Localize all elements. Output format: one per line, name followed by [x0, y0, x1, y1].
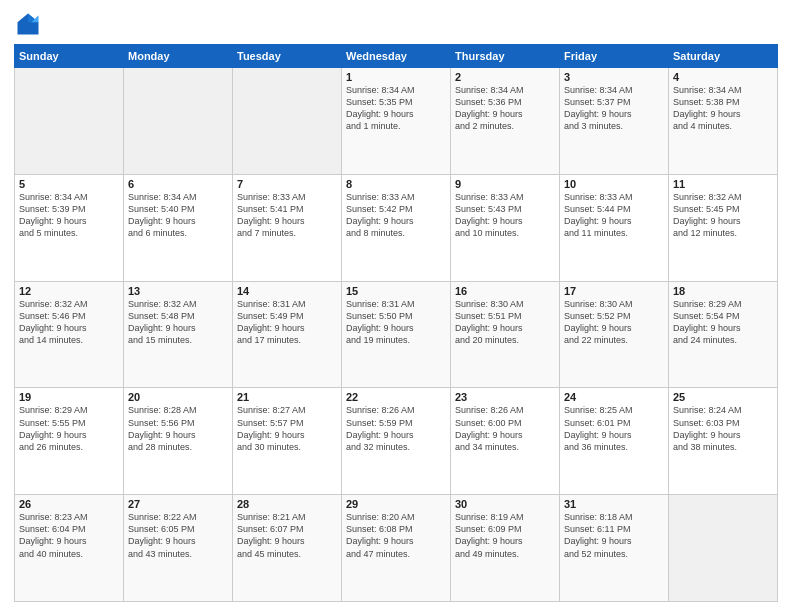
day-info: Sunrise: 8:22 AM Sunset: 6:05 PM Dayligh… [128, 511, 228, 560]
calendar-cell: 6Sunrise: 8:34 AM Sunset: 5:40 PM Daylig… [124, 174, 233, 281]
day-info: Sunrise: 8:34 AM Sunset: 5:35 PM Dayligh… [346, 84, 446, 133]
day-number: 2 [455, 71, 555, 83]
calendar-cell: 28Sunrise: 8:21 AM Sunset: 6:07 PM Dayli… [233, 495, 342, 602]
day-number: 9 [455, 178, 555, 190]
day-number: 10 [564, 178, 664, 190]
day-number: 31 [564, 498, 664, 510]
day-number: 25 [673, 391, 773, 403]
header-sunday: Sunday [15, 45, 124, 68]
day-info: Sunrise: 8:34 AM Sunset: 5:37 PM Dayligh… [564, 84, 664, 133]
day-info: Sunrise: 8:34 AM Sunset: 5:36 PM Dayligh… [455, 84, 555, 133]
calendar-cell: 19Sunrise: 8:29 AM Sunset: 5:55 PM Dayli… [15, 388, 124, 495]
calendar-cell: 17Sunrise: 8:30 AM Sunset: 5:52 PM Dayli… [560, 281, 669, 388]
day-number: 17 [564, 285, 664, 297]
calendar-cell: 5Sunrise: 8:34 AM Sunset: 5:39 PM Daylig… [15, 174, 124, 281]
calendar-cell [124, 68, 233, 175]
calendar-cell [669, 495, 778, 602]
day-number: 20 [128, 391, 228, 403]
day-number: 19 [19, 391, 119, 403]
day-number: 8 [346, 178, 446, 190]
day-info: Sunrise: 8:18 AM Sunset: 6:11 PM Dayligh… [564, 511, 664, 560]
header-friday: Friday [560, 45, 669, 68]
day-info: Sunrise: 8:26 AM Sunset: 5:59 PM Dayligh… [346, 404, 446, 453]
day-info: Sunrise: 8:20 AM Sunset: 6:08 PM Dayligh… [346, 511, 446, 560]
day-info: Sunrise: 8:28 AM Sunset: 5:56 PM Dayligh… [128, 404, 228, 453]
day-info: Sunrise: 8:29 AM Sunset: 5:54 PM Dayligh… [673, 298, 773, 347]
calendar-cell [233, 68, 342, 175]
day-info: Sunrise: 8:19 AM Sunset: 6:09 PM Dayligh… [455, 511, 555, 560]
day-info: Sunrise: 8:24 AM Sunset: 6:03 PM Dayligh… [673, 404, 773, 453]
day-number: 18 [673, 285, 773, 297]
calendar-cell: 25Sunrise: 8:24 AM Sunset: 6:03 PM Dayli… [669, 388, 778, 495]
day-number: 29 [346, 498, 446, 510]
calendar-cell: 31Sunrise: 8:18 AM Sunset: 6:11 PM Dayli… [560, 495, 669, 602]
header-wednesday: Wednesday [342, 45, 451, 68]
day-number: 30 [455, 498, 555, 510]
day-info: Sunrise: 8:33 AM Sunset: 5:42 PM Dayligh… [346, 191, 446, 240]
day-number: 7 [237, 178, 337, 190]
day-info: Sunrise: 8:31 AM Sunset: 5:49 PM Dayligh… [237, 298, 337, 347]
day-number: 13 [128, 285, 228, 297]
day-number: 12 [19, 285, 119, 297]
day-number: 15 [346, 285, 446, 297]
day-number: 4 [673, 71, 773, 83]
day-info: Sunrise: 8:32 AM Sunset: 5:46 PM Dayligh… [19, 298, 119, 347]
calendar-cell: 1Sunrise: 8:34 AM Sunset: 5:35 PM Daylig… [342, 68, 451, 175]
calendar-week-row: 5Sunrise: 8:34 AM Sunset: 5:39 PM Daylig… [15, 174, 778, 281]
calendar-cell: 4Sunrise: 8:34 AM Sunset: 5:38 PM Daylig… [669, 68, 778, 175]
day-info: Sunrise: 8:33 AM Sunset: 5:44 PM Dayligh… [564, 191, 664, 240]
day-number: 28 [237, 498, 337, 510]
page: Sunday Monday Tuesday Wednesday Thursday… [0, 0, 792, 612]
calendar-cell: 16Sunrise: 8:30 AM Sunset: 5:51 PM Dayli… [451, 281, 560, 388]
calendar-cell: 13Sunrise: 8:32 AM Sunset: 5:48 PM Dayli… [124, 281, 233, 388]
day-info: Sunrise: 8:32 AM Sunset: 5:45 PM Dayligh… [673, 191, 773, 240]
day-info: Sunrise: 8:26 AM Sunset: 6:00 PM Dayligh… [455, 404, 555, 453]
day-info: Sunrise: 8:25 AM Sunset: 6:01 PM Dayligh… [564, 404, 664, 453]
day-number: 5 [19, 178, 119, 190]
header [14, 10, 778, 38]
calendar-week-row: 12Sunrise: 8:32 AM Sunset: 5:46 PM Dayli… [15, 281, 778, 388]
calendar-table: Sunday Monday Tuesday Wednesday Thursday… [14, 44, 778, 602]
calendar-cell: 15Sunrise: 8:31 AM Sunset: 5:50 PM Dayli… [342, 281, 451, 388]
day-info: Sunrise: 8:21 AM Sunset: 6:07 PM Dayligh… [237, 511, 337, 560]
calendar-week-row: 1Sunrise: 8:34 AM Sunset: 5:35 PM Daylig… [15, 68, 778, 175]
day-number: 11 [673, 178, 773, 190]
calendar-cell: 7Sunrise: 8:33 AM Sunset: 5:41 PM Daylig… [233, 174, 342, 281]
calendar-cell: 22Sunrise: 8:26 AM Sunset: 5:59 PM Dayli… [342, 388, 451, 495]
calendar-cell: 14Sunrise: 8:31 AM Sunset: 5:49 PM Dayli… [233, 281, 342, 388]
calendar-cell: 11Sunrise: 8:32 AM Sunset: 5:45 PM Dayli… [669, 174, 778, 281]
day-number: 27 [128, 498, 228, 510]
header-tuesday: Tuesday [233, 45, 342, 68]
calendar-cell: 29Sunrise: 8:20 AM Sunset: 6:08 PM Dayli… [342, 495, 451, 602]
day-info: Sunrise: 8:23 AM Sunset: 6:04 PM Dayligh… [19, 511, 119, 560]
calendar-cell: 8Sunrise: 8:33 AM Sunset: 5:42 PM Daylig… [342, 174, 451, 281]
calendar-cell: 18Sunrise: 8:29 AM Sunset: 5:54 PM Dayli… [669, 281, 778, 388]
day-number: 22 [346, 391, 446, 403]
calendar-cell [15, 68, 124, 175]
calendar-cell: 27Sunrise: 8:22 AM Sunset: 6:05 PM Dayli… [124, 495, 233, 602]
calendar-cell: 26Sunrise: 8:23 AM Sunset: 6:04 PM Dayli… [15, 495, 124, 602]
day-number: 24 [564, 391, 664, 403]
day-info: Sunrise: 8:31 AM Sunset: 5:50 PM Dayligh… [346, 298, 446, 347]
day-number: 6 [128, 178, 228, 190]
day-info: Sunrise: 8:29 AM Sunset: 5:55 PM Dayligh… [19, 404, 119, 453]
day-number: 23 [455, 391, 555, 403]
header-thursday: Thursday [451, 45, 560, 68]
day-info: Sunrise: 8:34 AM Sunset: 5:38 PM Dayligh… [673, 84, 773, 133]
day-info: Sunrise: 8:33 AM Sunset: 5:41 PM Dayligh… [237, 191, 337, 240]
day-info: Sunrise: 8:34 AM Sunset: 5:40 PM Dayligh… [128, 191, 228, 240]
logo-icon [14, 10, 42, 38]
day-info: Sunrise: 8:30 AM Sunset: 5:51 PM Dayligh… [455, 298, 555, 347]
calendar-cell: 9Sunrise: 8:33 AM Sunset: 5:43 PM Daylig… [451, 174, 560, 281]
calendar-cell: 30Sunrise: 8:19 AM Sunset: 6:09 PM Dayli… [451, 495, 560, 602]
calendar-cell: 12Sunrise: 8:32 AM Sunset: 5:46 PM Dayli… [15, 281, 124, 388]
calendar-header-row: Sunday Monday Tuesday Wednesday Thursday… [15, 45, 778, 68]
calendar-cell: 10Sunrise: 8:33 AM Sunset: 5:44 PM Dayli… [560, 174, 669, 281]
day-number: 16 [455, 285, 555, 297]
day-number: 26 [19, 498, 119, 510]
calendar-cell: 24Sunrise: 8:25 AM Sunset: 6:01 PM Dayli… [560, 388, 669, 495]
calendar-week-row: 26Sunrise: 8:23 AM Sunset: 6:04 PM Dayli… [15, 495, 778, 602]
day-info: Sunrise: 8:34 AM Sunset: 5:39 PM Dayligh… [19, 191, 119, 240]
logo [14, 10, 46, 38]
day-info: Sunrise: 8:27 AM Sunset: 5:57 PM Dayligh… [237, 404, 337, 453]
